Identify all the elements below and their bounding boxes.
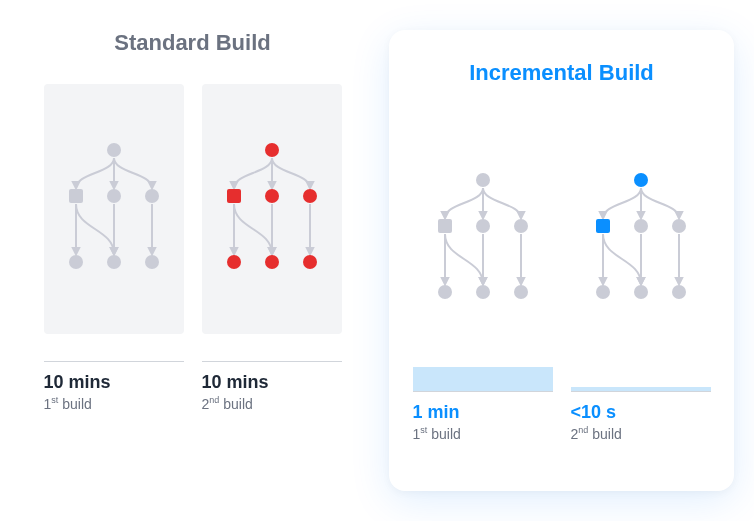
svg-point-27: [672, 285, 686, 299]
incremental-columns: 1 min 1st build <10 s 2nd build: [405, 114, 718, 442]
svg-point-12: [265, 255, 279, 269]
dependency-graph-icon: [581, 159, 701, 319]
incremental-build-1-label: 1st build: [413, 425, 553, 442]
standard-build-panel: Standard Build 10 mins 1st build 10 mins…: [20, 30, 365, 491]
svg-point-16: [476, 219, 490, 233]
svg-rect-1: [69, 189, 83, 203]
incremental-title: Incremental Build: [469, 60, 654, 86]
standard-build-2: 10 mins 2nd build: [202, 84, 342, 412]
svg-point-3: [145, 189, 159, 203]
svg-rect-15: [438, 219, 452, 233]
svg-point-10: [303, 189, 317, 203]
svg-point-6: [145, 255, 159, 269]
svg-point-23: [634, 219, 648, 233]
incremental-build-panel: Incremental Build 1 min 1st build <10 s …: [389, 30, 734, 491]
incremental-build-2-graph: [571, 114, 711, 364]
standard-build-1-bar: [44, 334, 184, 362]
svg-point-4: [69, 255, 83, 269]
bar-fill: [413, 367, 553, 391]
svg-point-2: [107, 189, 121, 203]
svg-point-5: [107, 255, 121, 269]
standard-build-2-label: 2nd build: [202, 395, 342, 412]
incremental-build-1-bar: [413, 364, 553, 392]
incremental-build-1-graph: [413, 114, 553, 364]
svg-point-25: [596, 285, 610, 299]
svg-point-18: [438, 285, 452, 299]
bar-fill: [571, 387, 711, 391]
svg-point-21: [634, 173, 648, 187]
svg-rect-22: [596, 219, 610, 233]
incremental-build-2-bar: [571, 364, 711, 392]
svg-point-19: [476, 285, 490, 299]
standard-build-2-bar: [202, 334, 342, 362]
dependency-graph-icon: [54, 129, 174, 289]
svg-point-20: [514, 285, 528, 299]
svg-rect-8: [227, 189, 241, 203]
standard-build-1-time: 10 mins: [44, 372, 184, 393]
svg-point-17: [514, 219, 528, 233]
standard-build-1: 10 mins 1st build: [44, 84, 184, 412]
dependency-graph-icon: [423, 159, 543, 319]
svg-point-13: [303, 255, 317, 269]
svg-point-26: [634, 285, 648, 299]
incremental-build-1-time: 1 min: [413, 402, 553, 423]
svg-point-14: [476, 173, 490, 187]
incremental-build-2-label: 2nd build: [571, 425, 711, 442]
svg-point-7: [265, 143, 279, 157]
standard-build-2-graph: [202, 84, 342, 334]
svg-point-0: [107, 143, 121, 157]
svg-point-9: [265, 189, 279, 203]
incremental-build-1: 1 min 1st build: [413, 114, 553, 442]
standard-build-2-time: 10 mins: [202, 372, 342, 393]
standard-build-1-label: 1st build: [44, 395, 184, 412]
svg-point-24: [672, 219, 686, 233]
standard-title: Standard Build: [114, 30, 270, 56]
dependency-graph-icon: [212, 129, 332, 289]
svg-point-11: [227, 255, 241, 269]
standard-columns: 10 mins 1st build 10 mins 2nd build: [20, 84, 365, 412]
standard-build-1-graph: [44, 84, 184, 334]
incremental-build-2: <10 s 2nd build: [571, 114, 711, 442]
incremental-build-2-time: <10 s: [571, 402, 711, 423]
